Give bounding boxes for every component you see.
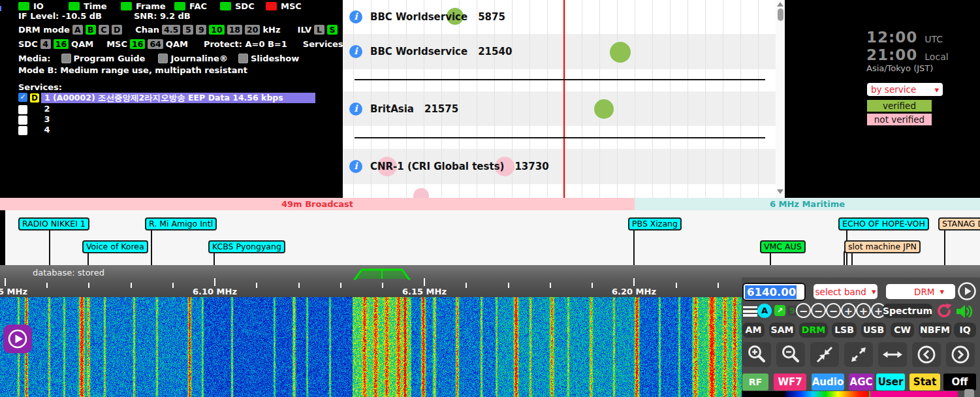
sort-by-select[interactable]: by service ▾: [867, 83, 943, 96]
led-green-icon: [174, 2, 185, 10]
mute-button[interactable]: [955, 304, 973, 322]
station-label-kcbs-pyongyang[interactable]: KCBS Pyongyang: [208, 240, 285, 253]
program-guide-checkbox[interactable]: [61, 54, 71, 63]
service-4-label[interactable]: 4: [44, 125, 50, 135]
stat-tab-button[interactable]: Stat: [909, 373, 940, 390]
extension-select-value: DRM: [914, 287, 934, 297]
zoom-in-button[interactable]: [742, 342, 771, 367]
mode-iq-button[interactable]: IQ: [954, 323, 976, 338]
schedule-row[interactable]: i CNR-1 (CRI Global tests) 13730: [343, 149, 776, 184]
link-arrow-button[interactable]: ↗: [774, 305, 785, 316]
schedule-row[interactable]: i BBC Worldservice 5875: [343, 0, 776, 34]
circle-chevron-left-icon: [915, 343, 938, 366]
journaline-label: Journaline®: [170, 54, 227, 63]
station-label-radio-nikkei-1[interactable]: RADIO NIKKEI 1: [18, 217, 89, 230]
wf-max-increase-button[interactable]: +: [841, 303, 856, 318]
minor-tick: [508, 283, 509, 288]
wf-max-increase-button[interactable]: +: [856, 303, 871, 318]
qam-row: SDC 4 16 QAM MSC 16 64 QAM Protect: A=0 …: [18, 39, 392, 49]
rf-tab-button[interactable]: RF: [742, 373, 768, 390]
msc-unit: QAM: [166, 39, 188, 49]
service-row-3[interactable]: 3: [18, 114, 50, 125]
band-6mhz-maritime[interactable]: 6 MHz Maritime: [635, 198, 980, 210]
page-scroll-button[interactable]: [878, 342, 907, 367]
mode-nbfm-button[interactable]: NBFM: [919, 323, 951, 338]
spectrum-toggle-button[interactable]: Spectrum: [883, 304, 932, 318]
mode-drm-button[interactable]: DRM: [799, 323, 828, 338]
waterfall-display[interactable]: [0, 297, 742, 397]
service-row-1[interactable]: ✓ D 1 (A00002) 조선중앙제2라지오방송 EEP Data 14.5…: [18, 93, 332, 103]
wf-min-decrease-button[interactable]: −: [826, 303, 841, 318]
led-red-icon: [266, 2, 277, 10]
station-label-vmc-aus[interactable]: VMC AUS: [760, 240, 806, 253]
audio-tab-button[interactable]: Audio: [812, 373, 844, 390]
service-1-checkbox[interactable]: ✓: [18, 93, 27, 102]
wf-tab-button[interactable]: WF7: [774, 373, 806, 390]
info-icon[interactable]: i: [349, 45, 362, 58]
zoom-to-band-button[interactable]: [810, 342, 839, 367]
extension-start-button[interactable]: [957, 281, 977, 304]
schedule-row[interactable]: i BritAsia 21575: [343, 91, 776, 126]
wf-min-decrease-button[interactable]: −: [796, 303, 811, 318]
chan-badge-10: 10: [209, 25, 224, 35]
service-3-label[interactable]: 3: [44, 114, 50, 124]
service-3-checkbox[interactable]: [18, 116, 27, 125]
station-label-stanag[interactable]: STANAG D: [938, 217, 980, 230]
schedule-divider: [355, 137, 765, 138]
journaline-checkbox[interactable]: [158, 54, 168, 63]
led-label: IO: [33, 1, 44, 11]
msc-badge-16: 16: [130, 39, 145, 49]
info-icon[interactable]: i: [349, 160, 362, 173]
station-label-slot-machine-jpn[interactable]: slot machine JPN: [844, 240, 921, 253]
info-icon[interactable]: i: [349, 10, 362, 24]
utc-time-value: 12:00: [866, 29, 917, 46]
mode-cw-button[interactable]: CW: [891, 323, 914, 338]
step-down-button[interactable]: [912, 342, 941, 367]
zoom-out-button[interactable]: [776, 342, 805, 367]
label-connector: [49, 229, 50, 265]
label-connector: [633, 229, 635, 265]
schedule-row[interactable]: i BBC Worldservice 21540: [343, 34, 776, 69]
play-icon: [957, 281, 977, 301]
service-row-4[interactable]: 4: [18, 125, 50, 135]
services-label: Services:: [18, 82, 62, 92]
zoom-max-out-button[interactable]: [844, 342, 873, 367]
station-label-voice-of-korea[interactable]: Voice of Korea: [82, 240, 148, 253]
mode-lsb-button[interactable]: LSB: [832, 323, 857, 338]
drm-led-frame: Frame: [121, 1, 166, 11]
service-2-label[interactable]: 2: [44, 104, 50, 114]
ilv-badge-l: L: [314, 25, 324, 35]
user-tab-button[interactable]: User: [876, 373, 905, 390]
service-1-label[interactable]: 1 (A00002) 조선중앙제2라지오방송 EEP Data 14.56 kb…: [41, 93, 315, 103]
station-name: BBC Worldservice: [370, 46, 467, 57]
band-select[interactable]: select band ▾: [814, 284, 877, 299]
frequency-input[interactable]: 6140.00: [742, 283, 806, 301]
schedule-scrollbar[interactable]: [776, 0, 785, 198]
refresh-button[interactable]: [936, 302, 953, 322]
passband-marker-button[interactable]: A: [757, 304, 772, 318]
station-label-echo-of-hope-voh[interactable]: ECHO OF HOPE-VOH: [838, 217, 929, 230]
audio-start-button[interactable]: [3, 325, 32, 353]
mode-sam-button[interactable]: SAM: [769, 323, 795, 338]
service-4-checkbox[interactable]: [18, 126, 27, 135]
off-tab-button[interactable]: Off: [943, 373, 976, 390]
mode-usb-button[interactable]: USB: [861, 323, 886, 338]
chan-label: Chan: [135, 25, 159, 35]
wf-min-decrease-button[interactable]: −: [811, 303, 826, 318]
passband-indicator[interactable]: [353, 267, 411, 280]
step-up-button[interactable]: [946, 342, 975, 367]
menu-icon[interactable]: [743, 306, 757, 317]
scroll-down-icon[interactable]: [777, 189, 783, 194]
extension-select[interactable]: DRM ▾: [886, 284, 955, 299]
service-2-checkbox[interactable]: [18, 105, 27, 114]
scroll-up-icon[interactable]: [777, 2, 783, 7]
info-icon[interactable]: i: [349, 103, 362, 116]
agc-tab-button[interactable]: AGC: [849, 373, 874, 390]
slideshow-checkbox[interactable]: [238, 54, 248, 63]
scrollbar-thumb[interactable]: [778, 8, 783, 21]
mode-am-button[interactable]: AM: [742, 323, 765, 338]
station-label-pbs-xizang[interactable]: PBS Xizang: [628, 217, 682, 230]
station-label-r-mi-amigo-intl[interactable]: R. Mi Amigo Intl: [145, 217, 217, 230]
band-49m-broadcast[interactable]: 49m Broadcast: [0, 198, 635, 210]
service-row-2[interactable]: 2: [18, 104, 50, 114]
